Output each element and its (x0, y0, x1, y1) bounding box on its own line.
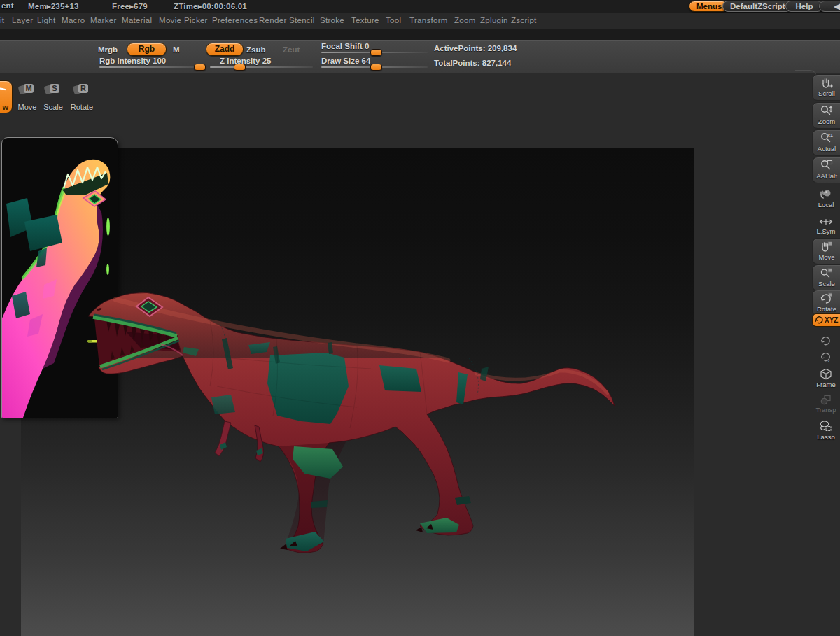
z-intensity-value: 25 (262, 57, 272, 65)
rotate-badge-icon: R (76, 84, 88, 94)
menu-zplugin[interactable]: Zplugin (480, 16, 508, 24)
menu-layer[interactable]: Layer (12, 16, 33, 24)
draw-size-slider[interactable]: Draw Size 64 (321, 57, 428, 68)
sidebar-item-lasso[interactable]: Lasso (812, 418, 840, 441)
z-intensity-handle[interactable] (234, 64, 246, 71)
z-intensity-slider[interactable]: Z Intensity 25 (210, 57, 313, 68)
move-tool-button[interactable]: M Move (14, 81, 41, 112)
zsub-toggle[interactable]: Zsub (246, 45, 265, 54)
rotate-gyro-icon (820, 292, 834, 306)
rotate-axis-icon (815, 316, 824, 325)
sidebar-item-xyz[interactable]: XYZ (812, 313, 840, 327)
menu-render[interactable]: Render (259, 16, 287, 24)
menu-texture[interactable]: Texture (351, 16, 379, 24)
menu-marker[interactable]: Marker (90, 16, 117, 24)
menu-tool[interactable]: Tool (386, 16, 401, 24)
sidebar-item-rotate-z[interactable]: z (812, 350, 840, 364)
m-toggle[interactable]: M (173, 45, 180, 54)
menu-edit-fragment[interactable]: it (0, 16, 4, 24)
window-title-fragment: ent (1, 1, 14, 10)
frame-cube-icon (819, 368, 833, 381)
local-pivot-icon (819, 188, 833, 202)
magnifier-actual-icon: x1 (820, 132, 834, 146)
magnifier-aahalf-icon (820, 159, 834, 173)
sidebar-item-move-gyro[interactable]: Move (812, 238, 840, 264)
draw-size-value: 64 (362, 57, 371, 65)
rgb-intensity-handle[interactable] (194, 64, 206, 71)
symmetry-arrows-icon (819, 215, 833, 228)
sidebar-item-aahalf[interactable]: AAHalf (812, 157, 840, 183)
free-stat: Free▸679 (112, 1, 148, 11)
rotate-y-icon (820, 334, 832, 347)
titlebar: ent Mem▸235+13 Free▸679 ZTime▸00:00:06.0… (0, 0, 840, 13)
sidebar-item-lsym[interactable]: L.Sym (812, 214, 840, 235)
menu-preferences[interactable]: Preferences (212, 16, 258, 24)
sidebar-item-rotate-gyro[interactable]: Rotate (812, 290, 840, 316)
sidebar-item-local[interactable]: Local (812, 186, 840, 209)
lasso-icon (819, 420, 833, 434)
zcut-toggle[interactable]: Zcut (283, 45, 300, 54)
zadd-toggle[interactable]: Zadd (206, 43, 244, 56)
magnifier-gyro-icon (820, 267, 834, 281)
active-points-stat: ActivePoints: 209,834 (434, 44, 517, 52)
magnifier-zoom-icon (820, 104, 834, 118)
menu-stroke[interactable]: Stroke (320, 16, 344, 24)
help-button[interactable]: Help (785, 1, 823, 12)
draw-button[interactable]: w (0, 80, 13, 113)
sidebar-item-transp[interactable]: Transp (812, 392, 840, 414)
ztime-stat: ZTime▸00:00:06.01 (174, 1, 247, 11)
menu-macro[interactable]: Macro (62, 16, 85, 24)
mrgb-toggle[interactable]: Mrgb (98, 45, 118, 54)
default-zscript-button[interactable]: DefaultZScript (722, 1, 792, 12)
draw-pointer-icon (0, 85, 9, 97)
draw-label-fragment: w (2, 103, 8, 111)
rotate-tool-button[interactable]: R Rotate (67, 81, 97, 112)
move-badge-icon: M (21, 84, 34, 94)
total-points-stat: TotalPoints: 827,144 (434, 59, 511, 67)
menubar: it Layer Light Macro Marker Material Mov… (0, 13, 840, 29)
svg-text:z: z (828, 358, 831, 363)
collapse-arrow-button[interactable]: ◀ (819, 1, 840, 12)
focal-shift-handle[interactable] (370, 49, 382, 56)
rotate-z-icon: z (820, 351, 832, 364)
focal-shift-slider[interactable]: Focal Shift 0 (321, 42, 428, 53)
menu-transform[interactable]: Transform (410, 16, 448, 24)
scale-badge-icon: S (47, 84, 59, 94)
transparency-icon (819, 393, 833, 407)
hand-gyro-icon (820, 240, 834, 254)
menu-stencil[interactable]: Stencil (289, 16, 315, 24)
trex-model[interactable] (21, 148, 694, 636)
menubar-divider (0, 29, 840, 40)
menu-movie[interactable]: Movie (159, 16, 181, 24)
top-toolbar: w M Move S Scale R Rotate Mrgb Rgb M Rgb… (0, 40, 840, 73)
sidebar-item-actual[interactable]: x1 Actual (812, 129, 840, 156)
svg-text:x1: x1 (827, 133, 833, 138)
draw-size-handle[interactable] (370, 64, 382, 71)
sidebar-item-rotate-y[interactable] (812, 333, 840, 347)
sidebar-item-scroll[interactable]: Scroll (812, 74, 840, 101)
rgb-toggle[interactable]: Rgb (127, 43, 167, 56)
menu-zscript[interactable]: Zscript (511, 16, 537, 24)
sidebar-item-frame[interactable]: Frame (812, 367, 840, 388)
sidebar-item-zoom[interactable]: Zoom (812, 102, 840, 129)
sidebar-item-scale-gyro[interactable]: Scale (812, 264, 840, 291)
menu-material[interactable]: Material (122, 16, 152, 24)
focal-shift-value: 0 (365, 42, 369, 50)
mem-stat: Mem▸235+13 (28, 1, 79, 11)
rgb-intensity-slider[interactable]: Rgb Intensity 100 (99, 57, 204, 68)
rgb-intensity-value: 100 (153, 57, 166, 65)
right-shelf: Scroll Zoom x1 Actual (812, 73, 840, 636)
menu-light[interactable]: Light (37, 16, 55, 24)
zbrush-window: ent Mem▸235+13 Free▸679 ZTime▸00:00:06.0… (0, 0, 840, 636)
scale-tool-button[interactable]: S Scale (41, 81, 66, 112)
menu-zoom[interactable]: Zoom (454, 16, 476, 24)
menu-picker[interactable]: Picker (184, 16, 208, 24)
hand-scroll-icon (820, 76, 834, 90)
